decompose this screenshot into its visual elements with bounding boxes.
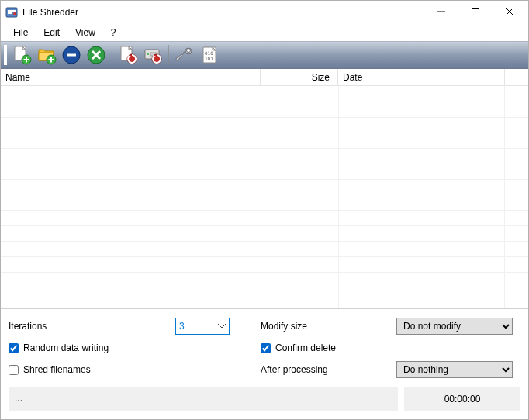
shred-file-button[interactable] [116, 43, 140, 67]
status-bar: ... 00:00:00 [1, 380, 528, 419]
svg-point-3 [13, 12, 16, 15]
random-data-label: Random data writing [23, 343, 109, 353]
svg-text:010: 010 [205, 50, 213, 56]
svg-point-23 [147, 53, 149, 55]
add-file-button[interactable] [10, 43, 33, 67]
maximize-button[interactable] [458, 1, 493, 22]
toolbar-separator [168, 45, 169, 65]
status-text: ... [9, 387, 398, 411]
binary-view-button[interactable]: 010 101 [198, 43, 221, 67]
status-time: 00:00:00 [404, 387, 520, 411]
clear-list-button[interactable] [85, 43, 108, 67]
after-processing-select[interactable]: Do nothing [396, 361, 513, 378]
random-data-check-input[interactable] [9, 343, 19, 353]
column-date[interactable]: Date [338, 69, 505, 85]
after-processing-label: After processing [261, 364, 396, 375]
confirm-delete-label: Confirm delete [275, 343, 336, 353]
svg-rect-2 [8, 12, 12, 14]
column-spacer [505, 69, 528, 85]
random-data-checkbox[interactable]: Random data writing [9, 343, 237, 353]
menu-view[interactable]: View [67, 25, 103, 40]
options-panel: Iterations Modify size Do not modify Ran… [1, 309, 528, 380]
iterations-input[interactable] [175, 318, 230, 335]
svg-rect-5 [472, 9, 479, 15]
settings-button[interactable] [173, 43, 196, 67]
remove-button[interactable] [60, 43, 83, 67]
toolbar-separator [112, 45, 112, 65]
app-window: File Shredder File Edit View ? [0, 0, 529, 420]
svg-text:101: 101 [205, 56, 213, 61]
shred-drive-button[interactable] [141, 43, 164, 67]
shred-filenames-check-input[interactable] [9, 365, 19, 375]
list-body[interactable] [1, 86, 528, 308]
shred-filenames-label: Shred filenames [23, 364, 91, 375]
grid-lines [1, 86, 528, 308]
title-bar: File Shredder [1, 1, 528, 24]
confirm-delete-checkbox[interactable]: Confirm delete [261, 343, 396, 353]
column-name[interactable]: Name [1, 69, 261, 85]
shred-filenames-checkbox[interactable]: Shred filenames [9, 364, 237, 375]
menu-help[interactable]: ? [103, 25, 124, 40]
svg-rect-16 [67, 54, 76, 57]
menu-file[interactable]: File [5, 25, 36, 40]
close-button[interactable] [493, 1, 527, 22]
window-title: File Shredder [22, 7, 424, 18]
column-size[interactable]: Size [261, 69, 338, 85]
toolbar-grip [4, 45, 7, 65]
menu-bar: File Edit View ? [1, 24, 528, 41]
svg-rect-1 [8, 10, 16, 12]
add-folder-button[interactable] [35, 43, 58, 67]
file-list[interactable]: Name Size Date [1, 69, 528, 309]
modify-size-label: Modify size [261, 321, 396, 332]
iterations-label: Iterations [9, 321, 121, 332]
modify-size-select[interactable]: Do not modify [396, 318, 513, 335]
minimize-button[interactable] [424, 1, 458, 22]
confirm-delete-check-input[interactable] [261, 343, 271, 353]
list-header: Name Size Date [1, 69, 528, 86]
menu-edit[interactable]: Edit [36, 25, 67, 40]
app-icon [5, 6, 18, 19]
window-controls [424, 1, 527, 24]
svg-point-26 [187, 49, 191, 53]
toolbar: 010 101 [1, 41, 528, 69]
